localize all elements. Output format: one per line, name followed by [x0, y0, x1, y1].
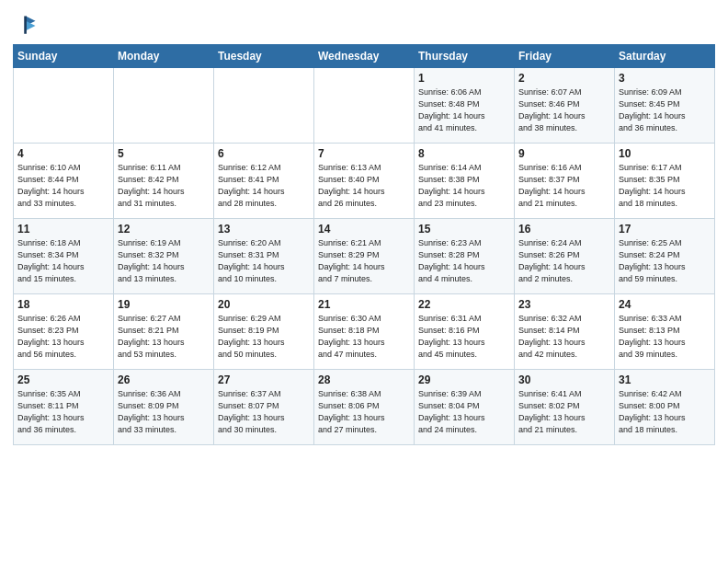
day-info: Sunrise: 6:17 AM Sunset: 8:35 PM Dayligh…: [619, 162, 711, 210]
calendar-cell: 30Sunrise: 6:41 AM Sunset: 8:02 PM Dayli…: [515, 370, 615, 445]
day-number: 23: [518, 298, 610, 311]
day-info: Sunrise: 6:39 AM Sunset: 8:04 PM Dayligh…: [418, 388, 510, 436]
day-number: 10: [619, 147, 711, 160]
calendar-cell: 16Sunrise: 6:24 AM Sunset: 8:26 PM Dayli…: [515, 219, 615, 294]
day-number: 4: [17, 147, 109, 160]
day-number: 1: [418, 72, 510, 85]
day-info: Sunrise: 6:18 AM Sunset: 8:34 PM Dayligh…: [17, 237, 109, 285]
day-number: 8: [418, 147, 510, 160]
calendar-cell: 31Sunrise: 6:42 AM Sunset: 8:00 PM Dayli…: [615, 370, 715, 445]
day-number: 15: [418, 223, 510, 236]
day-info: Sunrise: 6:10 AM Sunset: 8:44 PM Dayligh…: [17, 162, 109, 210]
day-info: Sunrise: 6:26 AM Sunset: 8:23 PM Dayligh…: [17, 313, 109, 361]
svg-rect-3: [24, 17, 27, 34]
calendar-week-row: 11Sunrise: 6:18 AM Sunset: 8:34 PM Dayli…: [14, 219, 715, 294]
day-number: 26: [118, 373, 210, 386]
header-day: Wednesday: [314, 45, 415, 68]
day-info: Sunrise: 6:16 AM Sunset: 8:37 PM Dayligh…: [518, 162, 610, 210]
calendar-cell: 13Sunrise: 6:20 AM Sunset: 8:31 PM Dayli…: [214, 219, 314, 294]
calendar-cell: 20Sunrise: 6:29 AM Sunset: 8:19 PM Dayli…: [214, 294, 314, 370]
day-number: 14: [318, 223, 410, 236]
day-info: Sunrise: 6:29 AM Sunset: 8:19 PM Dayligh…: [218, 313, 310, 361]
day-number: 27: [218, 373, 310, 386]
calendar-cell: 9Sunrise: 6:16 AM Sunset: 8:37 PM Daylig…: [515, 144, 615, 219]
calendar-cell: 5Sunrise: 6:11 AM Sunset: 8:42 PM Daylig…: [114, 144, 214, 219]
day-number: 25: [17, 373, 109, 386]
header-day: Sunday: [14, 45, 114, 68]
day-info: Sunrise: 6:32 AM Sunset: 8:14 PM Dayligh…: [518, 313, 610, 361]
calendar-cell: 12Sunrise: 6:19 AM Sunset: 8:32 PM Dayli…: [114, 219, 214, 294]
calendar-week-row: 25Sunrise: 6:35 AM Sunset: 8:11 PM Dayli…: [14, 370, 715, 445]
day-info: Sunrise: 6:21 AM Sunset: 8:29 PM Dayligh…: [318, 237, 410, 285]
day-info: Sunrise: 6:25 AM Sunset: 8:24 PM Dayligh…: [619, 237, 711, 285]
day-number: 29: [418, 373, 510, 386]
page-container: SundayMondayTuesdayWednesdayThursdayFrid…: [0, 0, 728, 451]
day-number: 22: [418, 298, 510, 311]
calendar-cell: 4Sunrise: 6:10 AM Sunset: 8:44 PM Daylig…: [14, 144, 114, 219]
day-number: 30: [518, 373, 610, 386]
header-day: Monday: [114, 45, 214, 68]
day-number: 9: [518, 147, 610, 160]
day-number: 21: [318, 298, 410, 311]
day-info: Sunrise: 6:20 AM Sunset: 8:31 PM Dayligh…: [218, 237, 310, 285]
day-number: 31: [619, 373, 711, 386]
calendar-cell: [14, 68, 114, 144]
day-number: 11: [17, 223, 109, 236]
day-info: Sunrise: 6:27 AM Sunset: 8:21 PM Dayligh…: [118, 313, 210, 361]
calendar-cell: 21Sunrise: 6:30 AM Sunset: 8:18 PM Dayli…: [314, 294, 415, 370]
calendar-cell: 19Sunrise: 6:27 AM Sunset: 8:21 PM Dayli…: [114, 294, 214, 370]
calendar-cell: 6Sunrise: 6:12 AM Sunset: 8:41 PM Daylig…: [214, 144, 314, 219]
day-number: 17: [619, 223, 711, 236]
calendar-cell: 28Sunrise: 6:38 AM Sunset: 8:06 PM Dayli…: [314, 370, 415, 445]
day-number: 18: [17, 298, 109, 311]
calendar-cell: 8Sunrise: 6:14 AM Sunset: 8:38 PM Daylig…: [415, 144, 515, 219]
day-info: Sunrise: 6:13 AM Sunset: 8:40 PM Dayligh…: [318, 162, 410, 210]
calendar-week-row: 1Sunrise: 6:06 AM Sunset: 8:48 PM Daylig…: [14, 68, 715, 144]
day-info: Sunrise: 6:24 AM Sunset: 8:26 PM Dayligh…: [518, 237, 610, 285]
calendar-cell: 17Sunrise: 6:25 AM Sunset: 8:24 PM Dayli…: [615, 219, 715, 294]
header-day: Friday: [515, 45, 615, 68]
calendar-cell: 10Sunrise: 6:17 AM Sunset: 8:35 PM Dayli…: [615, 144, 715, 219]
day-info: Sunrise: 6:42 AM Sunset: 8:00 PM Dayligh…: [619, 388, 711, 436]
header-day: Tuesday: [214, 45, 314, 68]
day-info: Sunrise: 6:37 AM Sunset: 8:07 PM Dayligh…: [218, 388, 310, 436]
day-number: 6: [218, 147, 310, 160]
day-info: Sunrise: 6:33 AM Sunset: 8:13 PM Dayligh…: [619, 313, 711, 361]
logo-icon: [13, 13, 39, 39]
day-number: 7: [318, 147, 410, 160]
day-number: 13: [218, 223, 310, 236]
calendar-cell: [114, 68, 214, 144]
calendar-cell: 29Sunrise: 6:39 AM Sunset: 8:04 PM Dayli…: [415, 370, 515, 445]
calendar-cell: 27Sunrise: 6:37 AM Sunset: 8:07 PM Dayli…: [214, 370, 314, 445]
calendar-cell: 15Sunrise: 6:23 AM Sunset: 8:28 PM Dayli…: [415, 219, 515, 294]
day-info: Sunrise: 6:35 AM Sunset: 8:11 PM Dayligh…: [17, 388, 109, 436]
calendar-cell: 3Sunrise: 6:09 AM Sunset: 8:45 PM Daylig…: [615, 68, 715, 144]
calendar-week-row: 18Sunrise: 6:26 AM Sunset: 8:23 PM Dayli…: [14, 294, 715, 370]
day-number: 3: [619, 72, 711, 85]
day-info: Sunrise: 6:12 AM Sunset: 8:41 PM Dayligh…: [218, 162, 310, 210]
day-number: 28: [318, 373, 410, 386]
day-number: 16: [518, 223, 610, 236]
calendar-cell: 14Sunrise: 6:21 AM Sunset: 8:29 PM Dayli…: [314, 219, 415, 294]
header-row: SundayMondayTuesdayWednesdayThursdayFrid…: [14, 45, 715, 68]
day-number: 24: [619, 298, 711, 311]
day-info: Sunrise: 6:14 AM Sunset: 8:38 PM Dayligh…: [418, 162, 510, 210]
calendar-cell: 18Sunrise: 6:26 AM Sunset: 8:23 PM Dayli…: [14, 294, 114, 370]
calendar-table: SundayMondayTuesdayWednesdayThursdayFrid…: [13, 44, 715, 445]
calendar-cell: 26Sunrise: 6:36 AM Sunset: 8:09 PM Dayli…: [114, 370, 214, 445]
day-number: 12: [118, 223, 210, 236]
calendar-cell: 7Sunrise: 6:13 AM Sunset: 8:40 PM Daylig…: [314, 144, 415, 219]
day-info: Sunrise: 6:11 AM Sunset: 8:42 PM Dayligh…: [118, 162, 210, 210]
calendar-cell: 25Sunrise: 6:35 AM Sunset: 8:11 PM Dayli…: [14, 370, 114, 445]
day-number: 19: [118, 298, 210, 311]
day-number: 20: [218, 298, 310, 311]
calendar-cell: [314, 68, 415, 144]
day-info: Sunrise: 6:23 AM Sunset: 8:28 PM Dayligh…: [418, 237, 510, 285]
day-number: 5: [118, 147, 210, 160]
day-info: Sunrise: 6:09 AM Sunset: 8:45 PM Dayligh…: [619, 86, 711, 134]
logo: [13, 13, 42, 39]
header-day: Thursday: [415, 45, 515, 68]
calendar-cell: 24Sunrise: 6:33 AM Sunset: 8:13 PM Dayli…: [615, 294, 715, 370]
day-info: Sunrise: 6:30 AM Sunset: 8:18 PM Dayligh…: [318, 313, 410, 361]
day-info: Sunrise: 6:07 AM Sunset: 8:46 PM Dayligh…: [518, 86, 610, 134]
